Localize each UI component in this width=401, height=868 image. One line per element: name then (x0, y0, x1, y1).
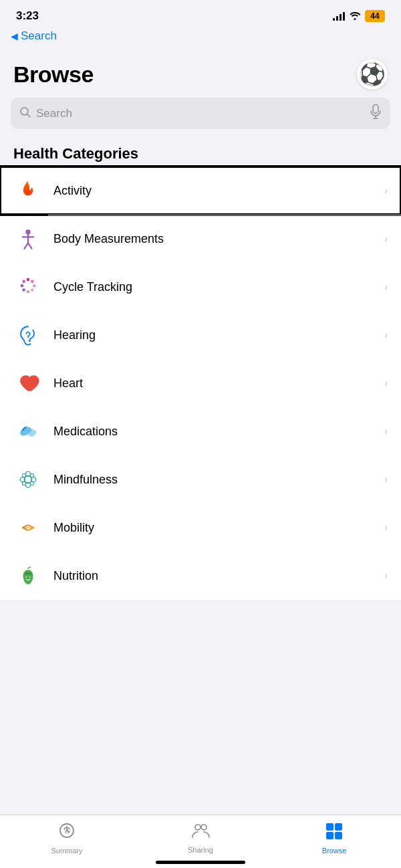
svg-rect-39 (335, 832, 342, 839)
chevron-icon: › (384, 185, 388, 197)
tab-sharing-label: Sharing (188, 846, 213, 854)
hearing-icon (13, 320, 43, 350)
tab-summary-label: Summary (51, 847, 82, 855)
heart-icon (13, 368, 43, 398)
chevron-icon: › (384, 377, 388, 389)
body-measurements-icon (13, 224, 43, 253)
back-navigation[interactable]: ◀ Search (0, 27, 401, 48)
tab-summary[interactable]: Summary (40, 822, 94, 855)
category-name-hearing: Hearing (53, 328, 384, 342)
chevron-icon: › (384, 473, 388, 485)
category-name-mobility: Mobility (53, 521, 384, 535)
activity-icon (13, 176, 43, 205)
tab-browse[interactable]: Browse (307, 822, 361, 855)
chevron-icon: › (384, 281, 388, 293)
signal-icon (333, 11, 345, 21)
svg-point-33 (29, 576, 31, 578)
svg-rect-2 (373, 105, 378, 114)
svg-point-29 (30, 481, 33, 485)
chevron-icon: › (384, 522, 388, 534)
svg-point-32 (25, 576, 27, 578)
search-placeholder: Search (36, 107, 365, 120)
category-item-activity[interactable]: Activity › (0, 167, 401, 215)
medications-icon (13, 417, 43, 446)
category-item-mobility[interactable]: Mobility › (0, 504, 401, 552)
category-item-heart[interactable]: Heart › (0, 359, 401, 407)
svg-rect-37 (335, 823, 342, 831)
tab-browse-label: Browse (322, 847, 347, 855)
svg-point-27 (30, 473, 33, 477)
svg-line-9 (28, 243, 31, 248)
mobility-icon (13, 513, 43, 542)
svg-point-17 (22, 280, 25, 284)
page-title: Browse (13, 62, 94, 88)
svg-point-18 (29, 340, 31, 342)
home-indicator (156, 861, 245, 864)
svg-point-28 (22, 481, 25, 485)
chevron-icon: › (384, 233, 388, 245)
status-bar: 3:23 44 (0, 0, 401, 27)
chevron-icon: › (384, 329, 388, 341)
nutrition-icon (13, 561, 43, 590)
search-icon (20, 107, 31, 120)
svg-point-15 (22, 288, 25, 292)
back-arrow-icon: ◀ (11, 31, 18, 41)
section-header: Health Categories (0, 140, 401, 167)
svg-point-10 (27, 278, 30, 282)
category-item-hearing[interactable]: Hearing › (0, 311, 401, 359)
sharing-tab-icon (191, 823, 210, 843)
category-name-nutrition: Nutrition (53, 569, 384, 583)
category-item-medications[interactable]: Medications › (0, 407, 401, 455)
cycle-tracking-icon (13, 272, 43, 302)
chevron-icon: › (384, 425, 388, 437)
search-container: Search (0, 98, 401, 140)
svg-point-12 (33, 284, 36, 288)
category-name-medications: Medications (53, 425, 384, 439)
svg-point-26 (22, 473, 25, 477)
svg-point-11 (31, 280, 34, 284)
category-name-cycle-tracking: Cycle Tracking (53, 280, 384, 294)
category-item-mindfulness[interactable]: Mindfulness › (0, 455, 401, 504)
chevron-icon: › (384, 570, 388, 582)
mindfulness-icon (13, 465, 43, 494)
category-name-mindfulness: Mindfulness (53, 473, 384, 487)
back-label: Search (21, 29, 57, 43)
svg-line-1 (27, 114, 31, 117)
category-item-cycle-tracking[interactable]: Cycle Tracking › (0, 263, 401, 311)
category-item-body-measurements[interactable]: Body Measurements › (0, 215, 401, 263)
status-time: 3:23 (16, 9, 39, 23)
svg-rect-38 (326, 832, 333, 839)
avatar-emoji: ⚽ (359, 62, 386, 87)
category-name-heart: Heart (53, 376, 384, 391)
microphone-icon[interactable] (370, 104, 381, 122)
svg-point-14 (27, 290, 30, 294)
category-list: Activity › Body Measurements › (0, 167, 401, 600)
svg-rect-36 (326, 823, 333, 831)
svg-point-35 (201, 825, 207, 830)
status-icons: 44 (333, 10, 385, 22)
browse-tab-icon (325, 822, 344, 844)
svg-line-8 (25, 243, 28, 248)
battery-indicator: 44 (365, 10, 385, 22)
category-name-activity: Activity (53, 184, 384, 198)
svg-point-34 (195, 825, 200, 830)
wifi-icon (349, 11, 361, 22)
category-name-body-measurements: Body Measurements (53, 232, 384, 246)
tab-sharing[interactable]: Sharing (174, 823, 227, 854)
page-header: Browse ⚽ (0, 48, 401, 98)
category-item-nutrition[interactable]: Nutrition › (0, 552, 401, 600)
search-bar[interactable]: Search (11, 98, 390, 129)
svg-point-13 (31, 288, 34, 292)
section-title: Health Categories (13, 145, 388, 162)
avatar[interactable]: ⚽ (357, 59, 388, 90)
svg-point-16 (21, 284, 24, 288)
summary-tab-icon (58, 822, 76, 844)
